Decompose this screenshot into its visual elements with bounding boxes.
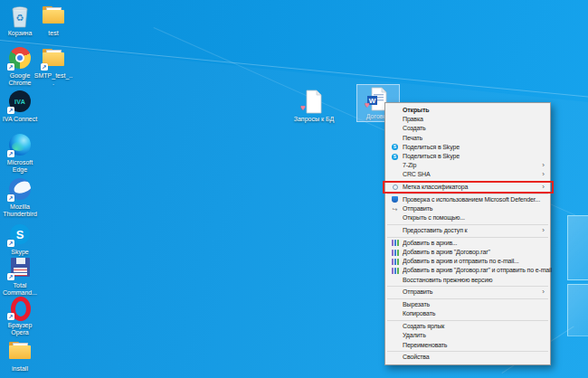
skype-icon: S ↗ xyxy=(8,222,32,247)
desktop-icon-label: test xyxy=(33,30,73,37)
desktop-icon-iva-connect[interactable]: IVA ↗ IVA Connect xyxy=(0,90,40,123)
submenu-arrow-icon: › xyxy=(538,184,545,191)
menu-separator xyxy=(387,286,548,287)
desktop-icon-smtp-test-folder[interactable]: ↗ SMTP_test_... xyxy=(33,46,73,86)
menu-item-add-to-archive[interactable]: Добавить в архив... xyxy=(385,239,550,248)
folder-icon: ↗ xyxy=(42,46,65,71)
menu-item-add-archive-named-email[interactable]: Добавить в архив "Договор.rar" и отправи… xyxy=(385,266,550,275)
recycle-bin-icon: ♻ xyxy=(8,4,32,28)
windows-logo-pane xyxy=(567,215,588,280)
context-menu: Открыть Правка Создать Печать SПоделитьс… xyxy=(384,102,551,365)
menu-item-open[interactable]: Открыть xyxy=(385,106,550,115)
shortcut-arrow-icon: ↗ xyxy=(7,240,14,247)
menu-item-create-shortcut[interactable]: Создать ярлык xyxy=(385,322,550,331)
skype-icon: S xyxy=(392,154,398,160)
menu-item-cut[interactable]: Вырезать xyxy=(385,300,550,309)
desktop-icon-mozilla-thunderbird[interactable]: ↗ Mozilla Thunderbird xyxy=(0,177,40,217)
menu-separator xyxy=(387,194,548,194)
windows-logo-pane xyxy=(567,284,588,336)
classifier-heart-badge: ♥ xyxy=(365,101,369,109)
menu-item-add-to-archive-named[interactable]: Добавить в архив "Договор.rar" xyxy=(385,248,550,257)
menu-item-edit[interactable]: Правка xyxy=(385,115,550,124)
desktop-icon-label: SMTP_test_... xyxy=(33,72,73,86)
submenu-arrow-icon: › xyxy=(538,171,545,178)
desktop-icon-label: Total Command... xyxy=(0,282,40,296)
menu-separator xyxy=(387,224,548,225)
file-label: Запросы к БД xyxy=(293,116,335,123)
classifier-label-icon xyxy=(393,184,398,190)
menu-separator xyxy=(387,351,548,352)
menu-separator xyxy=(387,320,548,321)
menu-separator xyxy=(387,181,548,182)
menu-item-create[interactable]: Создать xyxy=(385,124,550,133)
chrome-icon: ↗ xyxy=(8,46,32,71)
opera-icon: ↗ xyxy=(8,296,32,320)
menu-item-share-skype-2[interactable]: SПоделиться в Skype xyxy=(385,152,550,161)
menu-item-properties[interactable]: Свойства xyxy=(385,353,550,362)
desktop-icon-label: Браузер Opera xyxy=(0,322,40,335)
desktop-icon-install-folder[interactable]: install xyxy=(0,339,40,373)
edge-icon: ↗ xyxy=(8,133,32,157)
desktop-icon-label: Skype xyxy=(0,249,40,256)
shortcut-arrow-icon: ↗ xyxy=(7,194,14,202)
menu-item-add-archive-email[interactable]: Добавить в архив и отправить по e-mail..… xyxy=(385,257,550,266)
desktop-icon-microsoft-edge[interactable]: ↗ Microsoft Edge xyxy=(0,133,40,173)
shortcut-arrow-icon: ↗ xyxy=(7,63,14,71)
menu-item-share-skype-1[interactable]: SПоделиться в Skype xyxy=(385,143,550,152)
shortcut-arrow-icon: ↗ xyxy=(7,150,14,157)
winrar-icon xyxy=(392,240,399,246)
skype-icon: S xyxy=(392,144,398,150)
menu-item-crc-sha[interactable]: CRC SHA› xyxy=(385,170,550,179)
desktop-icon-label: Mozilla Thunderbird xyxy=(0,203,40,217)
shortcut-arrow-icon: ↗ xyxy=(7,107,14,114)
desktop-icon-skype[interactable]: S ↗ Skype xyxy=(0,222,40,256)
winrar-icon xyxy=(392,259,399,265)
document-icon: ♥ xyxy=(302,90,326,114)
share-icon: ↪ xyxy=(393,206,398,213)
shortcut-arrow-icon: ↗ xyxy=(7,273,14,280)
menu-item-copy[interactable]: Копировать xyxy=(385,309,550,318)
menu-item-send-to[interactable]: Отправить› xyxy=(385,288,550,297)
desktop-icon-label: Microsoft Edge xyxy=(0,159,40,173)
shortcut-arrow-icon: ↗ xyxy=(41,63,48,71)
menu-item-rename[interactable]: Переименовать xyxy=(385,340,550,349)
desktop-icon-test-folder[interactable]: test xyxy=(33,4,73,37)
desktop-icon-label: install xyxy=(0,365,40,373)
desktop-icon-label: IVA Connect xyxy=(0,116,40,123)
menu-item-print[interactable]: Печать xyxy=(385,134,550,143)
menu-separator xyxy=(387,298,548,299)
desktop-background[interactable]: ♻ Корзина test ↗ Google Chrome ↗ SMTP_te… xyxy=(0,0,588,378)
menu-item-classifier-label[interactable]: Метка классификатора › xyxy=(385,183,550,192)
folder-icon xyxy=(8,339,32,364)
folder-icon xyxy=(42,4,65,28)
total-commander-icon: ↗ xyxy=(8,256,32,280)
classifier-heart-badge: ♥ xyxy=(300,104,305,112)
submenu-arrow-icon: › xyxy=(538,227,545,234)
submenu-arrow-icon: › xyxy=(538,288,545,296)
menu-item-give-access[interactable]: Предоставить доступ к› xyxy=(385,226,550,235)
menu-item-restore-previous-version[interactable]: Восстановить прежнюю версию xyxy=(385,276,550,285)
iva-connect-icon: IVA ↗ xyxy=(8,90,32,114)
defender-shield-icon xyxy=(392,196,398,203)
winrar-icon xyxy=(392,250,399,256)
svg-text:♻: ♻ xyxy=(16,13,24,23)
thunderbird-icon: ↗ xyxy=(8,177,32,202)
winrar-icon xyxy=(392,268,399,274)
desktop-icon-opera[interactable]: ↗ Браузер Opera xyxy=(0,296,40,335)
file-icon-zaprosy-k-bd[interactable]: ♥ Запросы к БД xyxy=(293,90,335,123)
menu-item-defender-scan[interactable]: Проверка с использованием Microsoft Defe… xyxy=(385,195,550,204)
menu-item-delete[interactable]: Удалить xyxy=(385,331,550,340)
menu-item-share[interactable]: ↪Отправить xyxy=(385,204,550,213)
shortcut-arrow-icon: ↗ xyxy=(7,313,14,320)
svg-text:W: W xyxy=(369,97,376,105)
menu-item-7zip[interactable]: 7-Zip› xyxy=(385,161,550,170)
menu-separator xyxy=(387,237,548,238)
menu-item-open-with[interactable]: Открыть с помощью... xyxy=(385,213,550,222)
desktop-icon-total-commander[interactable]: ↗ Total Command... xyxy=(0,256,40,296)
submenu-arrow-icon: › xyxy=(538,162,545,169)
